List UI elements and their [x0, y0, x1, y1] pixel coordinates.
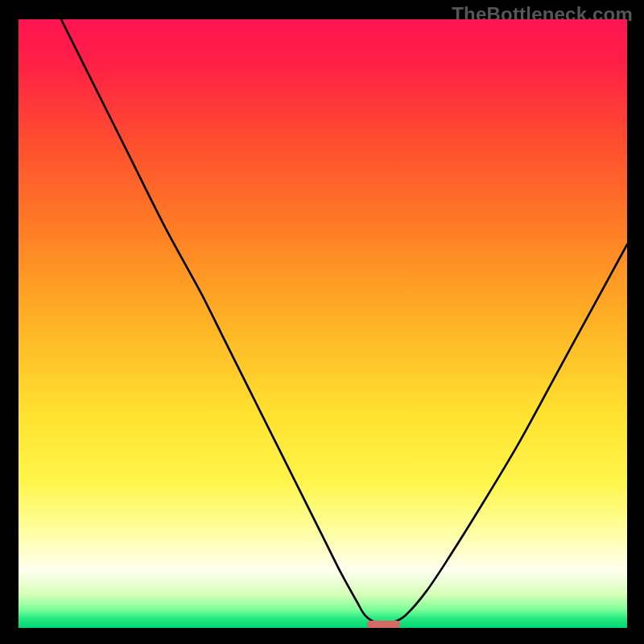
chart-frame: TheBottleneck.com — [0, 0, 644, 644]
bottleneck-chart — [19, 19, 627, 628]
optimal-marker — [367, 621, 401, 628]
